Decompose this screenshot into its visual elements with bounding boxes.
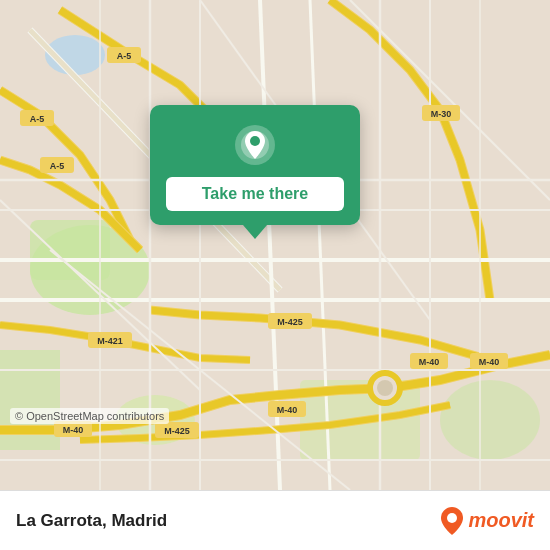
svg-point-5 <box>440 380 540 460</box>
moovit-logo-text: moovit <box>468 509 534 532</box>
svg-point-29 <box>377 380 393 396</box>
location-name: La Garrota, Madrid <box>16 511 167 531</box>
bottom-bar: La Garrota, Madrid moovit <box>0 490 550 550</box>
svg-text:A-5: A-5 <box>117 51 132 61</box>
svg-point-54 <box>250 136 260 146</box>
map-container: A-5 A-5 A-5 M-30 M-425 M-421 M-40 M-40 M… <box>0 0 550 490</box>
take-me-there-button[interactable]: Take me there <box>166 177 344 211</box>
map-attribution: © OpenStreetMap contributors <box>10 408 169 424</box>
location-card: Take me there <box>150 105 360 225</box>
svg-text:M-40: M-40 <box>479 357 500 367</box>
location-pin-icon <box>233 123 277 167</box>
svg-point-55 <box>447 513 457 523</box>
moovit-pin-icon <box>440 507 464 535</box>
svg-text:A-5: A-5 <box>30 114 45 124</box>
moovit-logo: moovit <box>440 507 534 535</box>
svg-text:M-425: M-425 <box>164 426 190 436</box>
svg-rect-2 <box>30 220 110 280</box>
svg-text:M-421: M-421 <box>97 336 123 346</box>
svg-text:M-40: M-40 <box>63 425 84 435</box>
svg-text:M-40: M-40 <box>277 405 298 415</box>
svg-text:M-40: M-40 <box>419 357 440 367</box>
svg-text:M-30: M-30 <box>431 109 452 119</box>
svg-text:M-425: M-425 <box>277 317 303 327</box>
svg-text:A-5: A-5 <box>50 161 65 171</box>
